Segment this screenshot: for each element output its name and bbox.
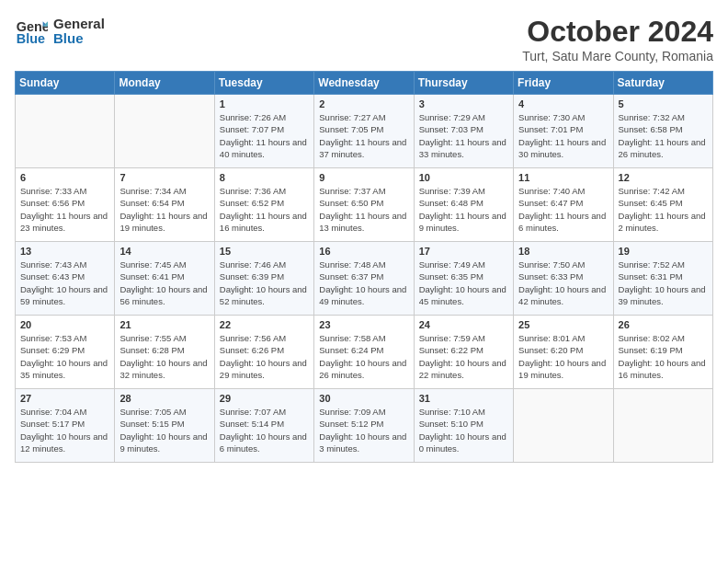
title-block: October 2024 Turt, Satu Mare County, Rom…	[522, 15, 713, 63]
day-info: Sunrise: 7:32 AM Sunset: 6:58 PM Dayligh…	[619, 111, 708, 160]
day-info: Sunrise: 7:37 AM Sunset: 6:50 PM Dayligh…	[319, 185, 408, 234]
calendar-cell: 21Sunrise: 7:55 AM Sunset: 6:28 PM Dayli…	[115, 316, 214, 389]
day-number: 28	[119, 393, 209, 404]
day-info: Sunrise: 7:29 AM Sunset: 7:03 PM Dayligh…	[419, 111, 508, 160]
day-info: Sunrise: 7:40 AM Sunset: 6:47 PM Dayligh…	[518, 185, 608, 234]
calendar-cell: 26Sunrise: 8:02 AM Sunset: 6:19 PM Dayli…	[613, 316, 712, 389]
calendar-cell	[115, 95, 214, 168]
calendar-week-row: 13Sunrise: 7:43 AM Sunset: 6:43 PM Dayli…	[16, 242, 713, 316]
day-info: Sunrise: 7:27 AM Sunset: 7:05 PM Dayligh…	[319, 111, 408, 160]
day-info: Sunrise: 7:10 AM Sunset: 5:10 PM Dayligh…	[419, 406, 508, 454]
calendar-week-row: 1Sunrise: 7:26 AM Sunset: 7:07 PM Daylig…	[16, 95, 713, 168]
day-number: 1	[220, 98, 309, 109]
day-info: Sunrise: 7:45 AM Sunset: 6:41 PM Dayligh…	[119, 259, 209, 307]
day-info: Sunrise: 7:59 AM Sunset: 6:22 PM Dayligh…	[419, 332, 508, 381]
day-info: Sunrise: 7:46 AM Sunset: 6:39 PM Dayligh…	[220, 259, 309, 307]
calendar-week-row: 20Sunrise: 7:53 AM Sunset: 6:29 PM Dayli…	[16, 316, 713, 389]
calendar-cell: 12Sunrise: 7:42 AM Sunset: 6:45 PM Dayli…	[613, 168, 712, 242]
day-info: Sunrise: 8:02 AM Sunset: 6:19 PM Dayligh…	[619, 332, 708, 381]
day-number: 5	[619, 98, 708, 109]
day-number: 13	[20, 246, 109, 257]
day-number: 10	[419, 172, 508, 183]
day-info: Sunrise: 7:09 AM Sunset: 5:12 PM Dayligh…	[319, 406, 408, 454]
weekday-header: Sunday	[16, 72, 115, 95]
calendar-cell: 17Sunrise: 7:49 AM Sunset: 6:35 PM Dayli…	[414, 242, 513, 316]
weekday-header: Tuesday	[214, 72, 313, 95]
day-info: Sunrise: 7:04 AM Sunset: 5:17 PM Dayligh…	[20, 406, 109, 454]
calendar-cell: 29Sunrise: 7:07 AM Sunset: 5:14 PM Dayli…	[214, 389, 313, 463]
calendar-cell: 15Sunrise: 7:46 AM Sunset: 6:39 PM Dayli…	[214, 242, 313, 316]
calendar-cell: 30Sunrise: 7:09 AM Sunset: 5:12 PM Dayli…	[314, 389, 414, 463]
day-number: 31	[419, 393, 508, 404]
logo: General Blue General Blue	[15, 15, 105, 48]
calendar-cell: 13Sunrise: 7:43 AM Sunset: 6:43 PM Dayli…	[16, 242, 115, 316]
calendar-cell: 24Sunrise: 7:59 AM Sunset: 6:22 PM Dayli…	[414, 316, 513, 389]
day-number: 8	[220, 172, 309, 183]
weekday-header: Monday	[115, 72, 214, 95]
day-info: Sunrise: 7:50 AM Sunset: 6:33 PM Dayligh…	[518, 259, 608, 307]
calendar-cell: 31Sunrise: 7:10 AM Sunset: 5:10 PM Dayli…	[414, 389, 513, 463]
calendar-cell: 18Sunrise: 7:50 AM Sunset: 6:33 PM Dayli…	[514, 242, 613, 316]
calendar-cell	[613, 389, 712, 463]
logo-line1: General	[53, 17, 105, 32]
day-number: 21	[119, 319, 209, 330]
day-number: 9	[319, 172, 408, 183]
day-number: 3	[419, 98, 508, 109]
calendar-cell: 6Sunrise: 7:33 AM Sunset: 6:56 PM Daylig…	[16, 168, 115, 242]
calendar-cell: 14Sunrise: 7:45 AM Sunset: 6:41 PM Dayli…	[115, 242, 214, 316]
day-info: Sunrise: 7:36 AM Sunset: 6:52 PM Dayligh…	[220, 185, 309, 234]
day-number: 18	[518, 246, 608, 257]
day-number: 19	[619, 246, 708, 257]
calendar-cell: 25Sunrise: 8:01 AM Sunset: 6:20 PM Dayli…	[514, 316, 613, 389]
day-info: Sunrise: 7:56 AM Sunset: 6:26 PM Dayligh…	[220, 332, 309, 381]
day-info: Sunrise: 7:34 AM Sunset: 6:54 PM Dayligh…	[119, 185, 209, 234]
day-info: Sunrise: 7:39 AM Sunset: 6:48 PM Dayligh…	[419, 185, 508, 234]
calendar-cell: 5Sunrise: 7:32 AM Sunset: 6:58 PM Daylig…	[613, 95, 712, 168]
calendar-week-row: 6Sunrise: 7:33 AM Sunset: 6:56 PM Daylig…	[16, 168, 713, 242]
day-number: 25	[518, 319, 608, 330]
calendar-cell	[514, 389, 613, 463]
calendar-cell: 4Sunrise: 7:30 AM Sunset: 7:01 PM Daylig…	[514, 95, 613, 168]
weekday-header: Wednesday	[314, 72, 414, 95]
day-info: Sunrise: 7:42 AM Sunset: 6:45 PM Dayligh…	[619, 185, 708, 234]
day-number: 29	[220, 393, 309, 404]
day-number: 24	[419, 319, 508, 330]
page-header: General Blue General Blue October 2024 T…	[15, 15, 713, 63]
day-number: 26	[619, 319, 708, 330]
calendar-cell: 22Sunrise: 7:56 AM Sunset: 6:26 PM Dayli…	[214, 316, 313, 389]
day-info: Sunrise: 7:53 AM Sunset: 6:29 PM Dayligh…	[20, 332, 109, 381]
calendar-cell: 16Sunrise: 7:48 AM Sunset: 6:37 PM Dayli…	[314, 242, 414, 316]
calendar-cell: 27Sunrise: 7:04 AM Sunset: 5:17 PM Dayli…	[16, 389, 115, 463]
calendar-cell: 2Sunrise: 7:27 AM Sunset: 7:05 PM Daylig…	[314, 95, 414, 168]
logo-icon: General Blue	[15, 15, 48, 48]
day-info: Sunrise: 7:30 AM Sunset: 7:01 PM Dayligh…	[518, 111, 608, 160]
logo-line2: Blue	[53, 31, 105, 47]
calendar-cell: 19Sunrise: 7:52 AM Sunset: 6:31 PM Dayli…	[613, 242, 712, 316]
day-info: Sunrise: 7:43 AM Sunset: 6:43 PM Dayligh…	[20, 259, 109, 307]
calendar-cell: 23Sunrise: 7:58 AM Sunset: 6:24 PM Dayli…	[314, 316, 414, 389]
day-info: Sunrise: 7:48 AM Sunset: 6:37 PM Dayligh…	[319, 259, 408, 307]
calendar-cell: 7Sunrise: 7:34 AM Sunset: 6:54 PM Daylig…	[115, 168, 214, 242]
day-number: 4	[518, 98, 608, 109]
day-info: Sunrise: 7:58 AM Sunset: 6:24 PM Dayligh…	[319, 332, 408, 381]
calendar-cell: 8Sunrise: 7:36 AM Sunset: 6:52 PM Daylig…	[214, 168, 313, 242]
day-number: 22	[220, 319, 309, 330]
day-number: 15	[220, 246, 309, 257]
day-number: 30	[319, 393, 408, 404]
day-info: Sunrise: 7:55 AM Sunset: 6:28 PM Dayligh…	[119, 332, 209, 381]
day-info: Sunrise: 7:05 AM Sunset: 5:15 PM Dayligh…	[119, 406, 209, 454]
calendar-week-row: 27Sunrise: 7:04 AM Sunset: 5:17 PM Dayli…	[16, 389, 713, 463]
calendar-cell: 9Sunrise: 7:37 AM Sunset: 6:50 PM Daylig…	[314, 168, 414, 242]
calendar-cell	[16, 95, 115, 168]
weekday-header-row: SundayMondayTuesdayWednesdayThursdayFrid…	[16, 72, 713, 95]
day-info: Sunrise: 7:33 AM Sunset: 6:56 PM Dayligh…	[20, 185, 109, 234]
month-title: October 2024	[522, 15, 713, 49]
day-number: 6	[20, 172, 109, 183]
calendar-cell: 3Sunrise: 7:29 AM Sunset: 7:03 PM Daylig…	[414, 95, 513, 168]
day-number: 16	[319, 246, 408, 257]
calendar-cell: 28Sunrise: 7:05 AM Sunset: 5:15 PM Dayli…	[115, 389, 214, 463]
day-number: 27	[20, 393, 109, 404]
weekday-header: Saturday	[613, 72, 712, 95]
day-number: 20	[20, 319, 109, 330]
day-number: 7	[119, 172, 209, 183]
